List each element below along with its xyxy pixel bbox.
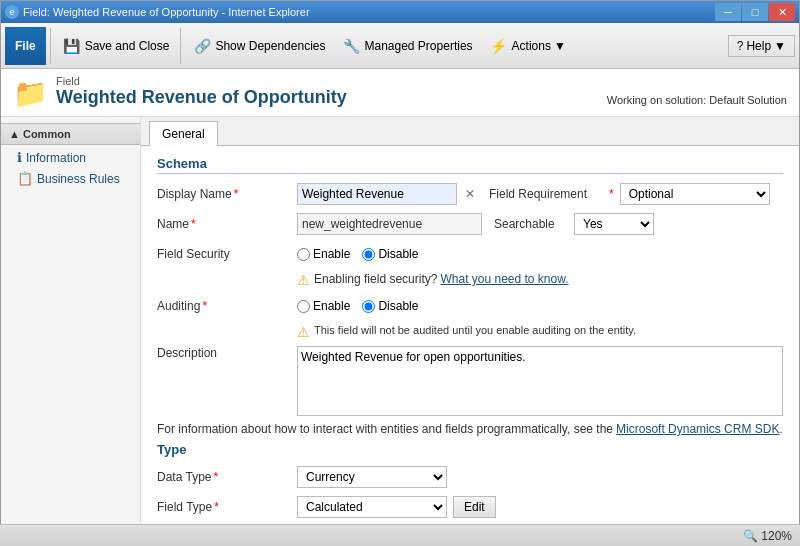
dependencies-icon: 🔗 <box>192 36 212 56</box>
display-name-row: Display Name* ✕ Field Requirement* Optio… <box>157 182 783 206</box>
auditing-enable-radio[interactable] <box>297 300 310 313</box>
searchable-select[interactable]: Yes <box>574 213 654 235</box>
help-dropdown-arrow: ▼ <box>774 39 786 53</box>
schema-section-title: Schema <box>157 156 783 174</box>
display-name-controls: ✕ Field Requirement* Optional <box>297 183 783 205</box>
tab-general[interactable]: General <box>149 121 218 146</box>
auditing-warning-text: This field will not be audited until you… <box>314 324 636 336</box>
field-requirement-select[interactable]: Optional <box>620 183 770 205</box>
actions-icon: ⚡ <box>489 36 509 56</box>
actions-button[interactable]: ⚡ Actions ▼ <box>482 27 573 65</box>
zoom-info: 🔍 120% <box>743 529 792 543</box>
separator-2 <box>180 28 181 64</box>
field-security-warning-link[interactable]: What you need to know. <box>440 272 568 286</box>
auditing-warning-icon: ⚠ <box>297 324 310 340</box>
name-label: Name* <box>157 217 297 231</box>
help-icon: ? <box>737 39 744 53</box>
information-icon: ℹ <box>17 150 22 165</box>
tab-bar: General <box>141 117 799 146</box>
minimize-button[interactable]: ─ <box>715 3 741 21</box>
edit-button[interactable]: Edit <box>453 496 496 518</box>
business-rules-icon: 📋 <box>17 171 33 186</box>
entity-name: Weighted Revenue of Opportunity <box>56 87 347 108</box>
toolbar: File 💾 Save and Close 🔗 Show Dependencie… <box>1 23 799 69</box>
auditing-disable-option[interactable]: Disable <box>362 299 418 313</box>
auditing-label: Auditing* <box>157 299 297 313</box>
separator-1 <box>50 28 51 64</box>
field-security-disable-option[interactable]: Disable <box>362 247 418 261</box>
description-label: Description <box>157 346 297 360</box>
main-container: 📁 Field Weighted Revenue of Opportunity … <box>1 69 799 546</box>
window-title: Field: Weighted Revenue of Opportunity -… <box>23 6 310 18</box>
window-controls: ─ □ ✕ <box>715 3 795 21</box>
field-requirement-label: Field Requirement <box>483 187 603 201</box>
display-name-clear-button[interactable]: ✕ <box>463 187 477 201</box>
data-type-select[interactable]: Currency <box>297 466 447 488</box>
properties-icon: 🔧 <box>341 36 361 56</box>
sidebar-item-business-rules-label: Business Rules <box>37 172 120 186</box>
field-type-row: Field Type* Calculated Edit <box>157 495 783 519</box>
field-security-row: Field Security Enable Disable <box>157 242 783 266</box>
page-title-area: Field Weighted Revenue of Opportunity <box>56 75 347 108</box>
display-name-label: Display Name* <box>157 187 297 201</box>
auditing-disable-radio[interactable] <box>362 300 375 313</box>
data-type-label: Data Type* <box>157 470 297 484</box>
actions-dropdown-arrow: ▼ <box>554 39 566 53</box>
content-area: ▲ Common ℹ Information 📋 Business Rules … <box>1 117 799 546</box>
field-security-enable-radio[interactable] <box>297 248 310 261</box>
close-button[interactable]: ✕ <box>769 3 795 21</box>
help-button[interactable]: ? Help ▼ <box>728 35 795 57</box>
entity-type: Field <box>56 75 347 87</box>
field-security-warning-row: ⚠ Enabling field security? What you need… <box>157 272 783 288</box>
sidebar-item-information-label: Information <box>26 151 86 165</box>
data-type-row: Data Type* Currency <box>157 465 783 489</box>
status-bar: 🔍 120% <box>0 524 800 546</box>
description-row: Description Weighted Revenue for open op… <box>157 346 783 416</box>
searchable-label: Searchable <box>488 217 568 231</box>
field-security-warning-text: Enabling field security? What you need t… <box>314 272 569 286</box>
auditing-warning-row: ⚠ This field will not be audited until y… <box>157 324 783 340</box>
zoom-level: 120% <box>761 529 792 543</box>
form-area: General Schema Display Name* ✕ Field Req… <box>141 117 799 546</box>
show-dependencies-button[interactable]: 🔗 Show Dependencies <box>185 27 332 65</box>
type-section-title: Type <box>157 442 783 457</box>
field-type-controls: Calculated Edit <box>297 496 783 518</box>
form-content: Schema Display Name* ✕ Field Requirement… <box>141 146 799 546</box>
working-on-label: Working on solution: Default Solution <box>607 94 787 110</box>
page-header-left: 📁 Field Weighted Revenue of Opportunity <box>13 75 347 110</box>
field-security-warning-icon: ⚠ <box>297 272 310 288</box>
entity-icon: 📁 <box>13 77 48 110</box>
name-row: Name* Searchable Yes <box>157 212 783 236</box>
field-security-disable-radio[interactable] <box>362 248 375 261</box>
sidebar-section-common: ▲ Common <box>1 123 140 145</box>
field-security-radio-group: Enable Disable <box>297 247 418 261</box>
zoom-icon: 🔍 <box>743 529 758 543</box>
auditing-row: Auditing* Enable Disable <box>157 294 783 318</box>
app-icon: e <box>5 5 19 19</box>
name-controls: Searchable Yes <box>297 213 783 235</box>
field-type-label: Field Type* <box>157 500 297 514</box>
name-input[interactable] <box>297 213 482 235</box>
file-button[interactable]: File <box>5 27 46 65</box>
description-textarea[interactable]: Weighted Revenue for open opportunities. <box>297 346 783 416</box>
auditing-enable-option[interactable]: Enable <box>297 299 350 313</box>
restore-button[interactable]: □ <box>742 3 768 21</box>
display-name-input[interactable] <box>297 183 457 205</box>
save-close-button[interactable]: 💾 Save and Close <box>55 27 177 65</box>
sidebar-item-business-rules[interactable]: 📋 Business Rules <box>1 168 140 189</box>
title-bar: e Field: Weighted Revenue of Opportunity… <box>1 1 799 23</box>
sidebar: ▲ Common ℹ Information 📋 Business Rules <box>1 117 141 546</box>
save-icon: 💾 <box>62 36 82 56</box>
info-text-row: For information about how to interact wi… <box>157 422 783 436</box>
page-header: 📁 Field Weighted Revenue of Opportunity … <box>1 69 799 117</box>
auditing-radio-group: Enable Disable <box>297 299 418 313</box>
field-type-select[interactable]: Calculated <box>297 496 447 518</box>
managed-properties-button[interactable]: 🔧 Managed Properties <box>334 27 479 65</box>
sidebar-item-information[interactable]: ℹ Information <box>1 147 140 168</box>
field-security-enable-option[interactable]: Enable <box>297 247 350 261</box>
dynamics-crm-sdk-link[interactable]: Microsoft Dynamics CRM SDK <box>616 422 779 436</box>
field-security-label: Field Security <box>157 247 297 261</box>
